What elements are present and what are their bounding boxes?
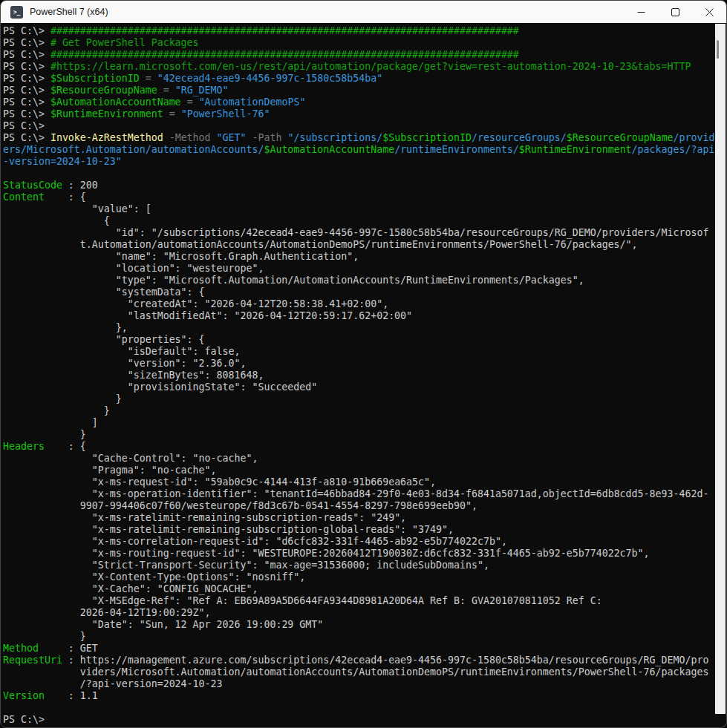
terminal-line: Headers : { (3, 441, 715, 453)
powershell-icon: >_ (10, 6, 23, 19)
terminal-line: "Cache-Control": "no-cache", (3, 453, 715, 465)
terminal-line: "X-Cache": "CONFIG_NOCACHE", (3, 583, 715, 595)
terminal-line: "x-ms-ratelimit-remaining-subscription-g… (3, 524, 715, 536)
terminal-line: "x-ms-ratelimit-remaining-subscription-r… (3, 512, 715, 524)
terminal-line: PS C:\> $SubscriptionID = "42ecead4-eae9… (3, 73, 715, 85)
terminal-line: "X-Content-Type-Options": "nosniff", (3, 571, 715, 583)
terminal-line: ers/Microsoft.Automation/automationAccou… (3, 144, 715, 156)
scrollbar-thumb[interactable] (717, 40, 719, 59)
terminal-line: "Strict-Transport-Security": "max-age=31… (3, 560, 715, 571)
maximize-icon (671, 8, 679, 16)
terminal-line: Method : GET (3, 643, 715, 655)
terminal-line: { (3, 215, 715, 227)
terminal-line: PS C:\> # Get PowerShell Packages (3, 37, 715, 49)
scrollbar-track[interactable] (715, 24, 726, 727)
close-button[interactable] (692, 1, 726, 23)
window-title: PowerShell 7 (x64) (30, 7, 108, 17)
terminal-line: "Date": "Sun, 12 Apr 2026 19:00:29 GMT" (3, 619, 715, 631)
titlebar[interactable]: >_ PowerShell 7 (x64) (1, 1, 726, 23)
maximize-button[interactable] (658, 1, 692, 23)
terminal-line: viders/Microsoft.Automation/automationAc… (3, 666, 715, 678)
terminal-line (3, 168, 715, 180)
terminal-lines: PS C:\> ################################… (3, 25, 715, 726)
terminal-line: "x-ms-routing-request-id": "WESTEUROPE:2… (3, 548, 715, 560)
terminal-line: PS C:\> $ResourceGroupName = "RG_DEMO" (3, 85, 715, 96)
terminal-line: PS C:\> (3, 714, 715, 726)
terminal-line: "properties": { (3, 334, 715, 346)
terminal-line: }, (3, 322, 715, 334)
terminal-line: PS C:\> ################################… (3, 25, 715, 37)
terminal-line: "x-ms-correlation-request-id": "d6cfc832… (3, 536, 715, 548)
close-icon (705, 8, 714, 16)
terminal-line: "location": "westeurope", (3, 263, 715, 275)
terminal-line: StatusCode : 200 (3, 180, 715, 191)
terminal-line: "x-ms-operation-identifier": "tenantId=4… (3, 488, 715, 500)
powershell-icon-glyph: >_ (13, 9, 21, 16)
terminal-line: "version": "2.36.0", (3, 358, 715, 370)
terminal-window: >_ PowerShell 7 (x64) PS C:\> ##########… (0, 0, 727, 728)
terminal-output[interactable]: PS C:\> ################################… (1, 24, 715, 727)
terminal-line: } (3, 393, 715, 405)
terminal-line: RequestUri : https://management.azure.co… (3, 655, 715, 666)
terminal-line: "systemData": { (3, 286, 715, 298)
terminal-line: "x-ms-request-id": "59ab0c9c-4144-413f-a… (3, 476, 715, 488)
terminal-line: "value": [ (3, 203, 715, 215)
scrollbar-bottom-gap (715, 714, 726, 727)
terminal-line: t.Automation/automationAccounts/Automati… (3, 239, 715, 251)
terminal-line: "sizeInBytes": 8081648, (3, 370, 715, 381)
terminal-line: "createdAt": "2026-04-12T20:58:38.41+02:… (3, 298, 715, 310)
terminal-line: "id": "/subscriptions/42ecead4-eae9-4456… (3, 227, 715, 239)
terminal-line: ] (3, 417, 715, 429)
minimize-icon (637, 8, 645, 16)
terminal-line: PS C:\> (3, 120, 715, 132)
terminal-line: "type": "Microsoft.Automation/Automation… (3, 275, 715, 286)
terminal-line: PS C:\> #https://learn.microsoft.com/en-… (3, 61, 715, 73)
terminal-line: 9907-994406c07f60/westeurope/f8d3c67b-05… (3, 500, 715, 512)
terminal-line: "provisioningState": "Succeeded" (3, 381, 715, 393)
minimize-button[interactable] (624, 1, 658, 23)
terminal-line: "isDefault": false, (3, 346, 715, 358)
terminal-line: "name": "Microsoft.Graph.Authentication"… (3, 251, 715, 263)
terminal-line: "X-MSEdge-Ref": "Ref A: EB69A89A5D6644FA… (3, 595, 715, 607)
terminal-line: } (3, 429, 715, 441)
terminal-line: PS C:\> ################################… (3, 49, 715, 61)
terminal-line: "lastModifiedAt": "2026-04-12T20:59:17.6… (3, 310, 715, 322)
terminal-line: -version=2024-10-23" (3, 156, 715, 168)
terminal-line: Content : { (3, 191, 715, 203)
terminal-line: PS C:\> Invoke-AzRestMethod -Method "GET… (3, 132, 715, 144)
terminal-line: PS C:\> $AutomationAccountName = "Automa… (3, 96, 715, 108)
terminal-line: 2026-04-12T19:00:29Z", (3, 607, 715, 619)
terminal-line: } (3, 405, 715, 417)
terminal-line: /?api-version=2024-10-23 (3, 678, 715, 690)
terminal-line: } (3, 631, 715, 643)
terminal-line (3, 702, 715, 714)
terminal-line: "Pragma": "no-cache", (3, 465, 715, 476)
terminal-line: Version : 1.1 (3, 690, 715, 702)
terminal-line: PS C:\> $RuntimeEnvironment = "PowerShel… (3, 108, 715, 120)
